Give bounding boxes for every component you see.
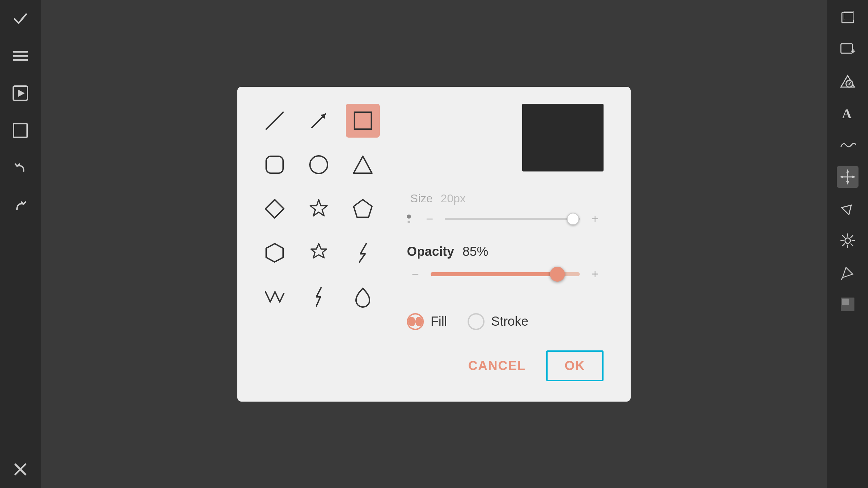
fill-label: Fill bbox=[431, 314, 447, 329]
checkmark-icon[interactable] bbox=[8, 7, 32, 30]
shape-dialog: Size 20px − + bbox=[237, 87, 631, 402]
image-add-icon[interactable] bbox=[837, 39, 859, 60]
svg-marker-35 bbox=[265, 200, 284, 218]
arrow-shape[interactable] bbox=[302, 104, 336, 138]
stroke-option[interactable]: Stroke bbox=[468, 313, 529, 330]
square-thumbnail-icon[interactable] bbox=[837, 293, 859, 315]
zigzag-shape[interactable] bbox=[258, 280, 292, 314]
opacity-decrease-button[interactable]: − bbox=[407, 266, 424, 283]
svg-marker-4 bbox=[18, 89, 25, 97]
opacity-slider-thumb[interactable] bbox=[550, 267, 565, 282]
left-sidebar bbox=[0, 0, 41, 488]
opacity-label: Opacity 85% bbox=[407, 244, 488, 259]
bolt-shape[interactable] bbox=[346, 236, 380, 270]
text-icon[interactable]: A bbox=[837, 102, 859, 124]
crop-icon[interactable] bbox=[8, 119, 32, 142]
svg-rect-27 bbox=[842, 299, 849, 305]
svg-line-25 bbox=[841, 278, 843, 280]
svg-marker-38 bbox=[266, 244, 283, 262]
redo-icon[interactable] bbox=[8, 193, 32, 217]
opacity-value: 85% bbox=[462, 244, 488, 259]
svg-marker-37 bbox=[354, 200, 372, 217]
svg-marker-19 bbox=[846, 169, 849, 172]
undo-icon[interactable] bbox=[8, 156, 32, 180]
dialog-footer: CANCEL OK bbox=[407, 350, 604, 381]
hamburger-menu-icon[interactable] bbox=[8, 44, 32, 68]
shape-row-5 bbox=[258, 280, 380, 314]
dialog-right-panel: Size 20px − + bbox=[407, 104, 604, 381]
size-text: Size bbox=[410, 192, 433, 205]
size-label: Size 20px bbox=[407, 192, 466, 205]
size-slider-track[interactable] bbox=[445, 218, 580, 220]
svg-marker-20 bbox=[846, 181, 849, 185]
wave-icon[interactable] bbox=[837, 134, 859, 156]
drop-shape[interactable] bbox=[346, 280, 380, 314]
move-icon[interactable] bbox=[837, 166, 859, 188]
fill-option[interactable]: Fill bbox=[407, 313, 447, 330]
svg-marker-21 bbox=[840, 176, 843, 178]
shape-grid bbox=[258, 104, 380, 381]
star6-shape[interactable] bbox=[302, 236, 336, 270]
svg-point-24 bbox=[845, 238, 850, 243]
size-dot-small bbox=[408, 221, 410, 223]
svg-rect-32 bbox=[266, 156, 283, 173]
shape-row-4 bbox=[258, 236, 380, 270]
svg-marker-34 bbox=[354, 156, 372, 173]
shape-row-2 bbox=[258, 148, 380, 182]
line-shape[interactable] bbox=[258, 104, 292, 138]
diamond-shape[interactable] bbox=[258, 192, 292, 226]
size-increase-button[interactable]: + bbox=[587, 210, 604, 227]
lightning-shape[interactable] bbox=[302, 280, 336, 314]
opacity-slider-track[interactable] bbox=[431, 272, 580, 276]
circle-shape[interactable] bbox=[302, 148, 336, 182]
svg-marker-36 bbox=[310, 200, 327, 216]
opacity-text: Opacity bbox=[407, 244, 454, 259]
svg-rect-5 bbox=[14, 124, 27, 137]
size-decrease-button[interactable]: − bbox=[421, 210, 438, 227]
svg-line-28 bbox=[266, 112, 283, 129]
star5-shape[interactable] bbox=[302, 192, 336, 226]
svg-point-33 bbox=[310, 156, 328, 174]
pentagon-shape[interactable] bbox=[346, 192, 380, 226]
layers-icon[interactable] bbox=[837, 7, 859, 28]
ok-button[interactable]: OK bbox=[546, 350, 604, 381]
stroke-radio[interactable] bbox=[468, 313, 485, 330]
svg-text:A: A bbox=[842, 106, 852, 121]
right-sidebar: A bbox=[827, 0, 868, 488]
hexagon-shape[interactable] bbox=[258, 236, 292, 270]
app-container: A bbox=[0, 0, 868, 488]
size-dot-large bbox=[407, 215, 411, 219]
size-slider-row: − + bbox=[407, 210, 604, 227]
triangle-shape[interactable] bbox=[346, 148, 380, 182]
svg-marker-22 bbox=[852, 176, 855, 178]
rounded-rect-shape[interactable] bbox=[258, 148, 292, 182]
shape-row-1 bbox=[258, 104, 380, 138]
stroke-label: Stroke bbox=[491, 314, 529, 329]
pen-icon[interactable] bbox=[837, 262, 859, 283]
svg-rect-10 bbox=[841, 44, 852, 53]
settings-icon[interactable] bbox=[837, 230, 859, 251]
opacity-slider-row: − + bbox=[407, 266, 604, 283]
svg-rect-31 bbox=[354, 112, 371, 129]
rectangle-shape[interactable] bbox=[346, 104, 380, 138]
shapes-icon[interactable] bbox=[837, 70, 859, 92]
shape-row-3 bbox=[258, 192, 380, 226]
opacity-increase-button[interactable]: + bbox=[587, 266, 604, 283]
cancel-button[interactable]: CANCEL bbox=[458, 352, 536, 380]
size-value: 20px bbox=[441, 192, 466, 205]
svg-marker-39 bbox=[311, 244, 327, 258]
play-icon[interactable] bbox=[8, 81, 32, 105]
close-icon[interactable] bbox=[8, 458, 32, 481]
eraser-icon[interactable] bbox=[837, 198, 859, 220]
color-preview[interactable] bbox=[522, 104, 604, 171]
svg-marker-23 bbox=[842, 202, 855, 215]
fill-stroke-options: Fill Stroke bbox=[407, 313, 604, 330]
fill-radio[interactable] bbox=[407, 313, 424, 330]
